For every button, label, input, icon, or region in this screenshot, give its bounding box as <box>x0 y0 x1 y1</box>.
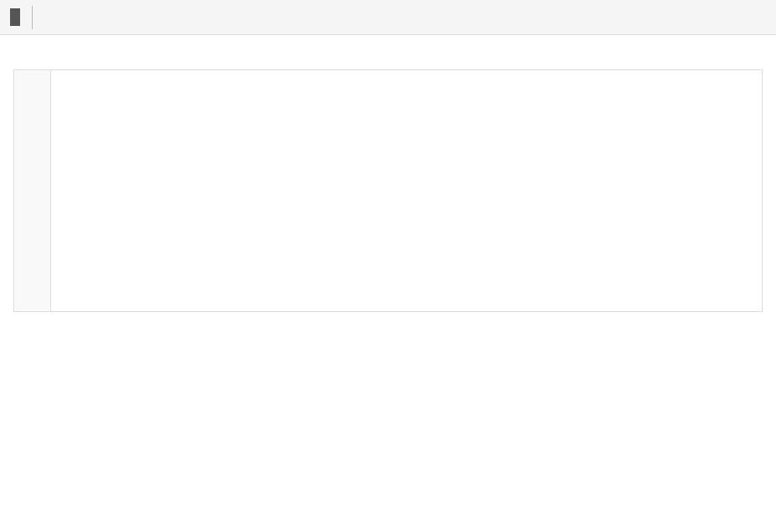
challenge-activity-badge <box>10 8 20 26</box>
code-editor[interactable] <box>13 69 763 312</box>
header-divider <box>32 6 33 29</box>
code-editor-inner <box>14 70 762 311</box>
header <box>0 0 776 35</box>
main-content <box>0 35 776 312</box>
line-numbers <box>14 70 51 311</box>
code-lines[interactable] <box>51 70 762 311</box>
